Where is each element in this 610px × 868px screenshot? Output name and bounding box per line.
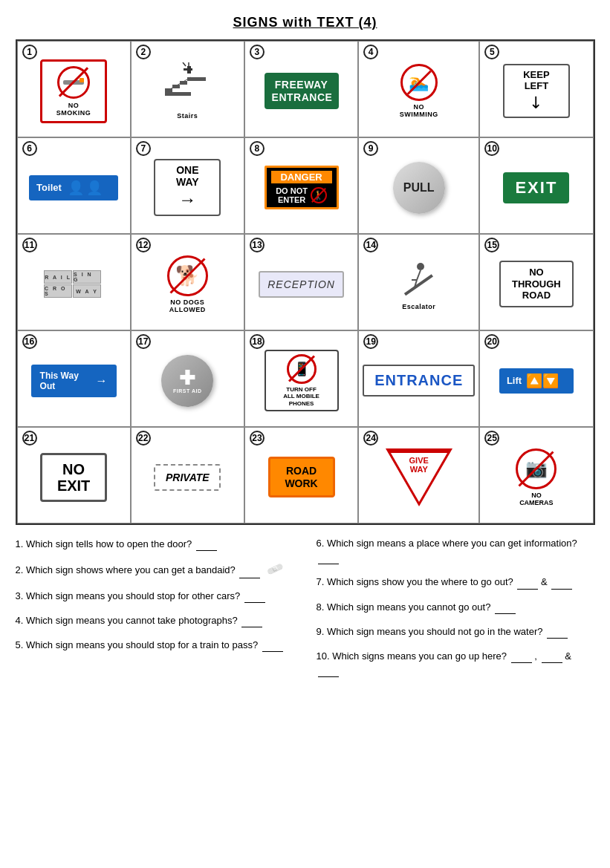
- cell-16: 16 This Way Out →: [17, 330, 131, 427]
- cell-number-7: 7: [136, 141, 151, 156]
- rail-tile-4: W A Y: [73, 284, 101, 298]
- escalator-sign: Escalator: [398, 258, 439, 310]
- entrance-sign: ENTRANCE: [363, 365, 475, 397]
- no-dogs-circle: 🐕: [167, 255, 208, 296]
- question-6: 6. Which sign means a place where you ca…: [317, 537, 595, 564]
- phone-icon: 📱: [293, 361, 310, 377]
- one-way-text: ONEWAY: [163, 165, 212, 188]
- q1-text: Which sign tells how to open the door?: [26, 538, 192, 549]
- svg-rect-1: [184, 68, 192, 71]
- question-4: 4. Which sign means you cannot take phot…: [16, 613, 294, 627]
- q3-number: 3.: [16, 590, 24, 601]
- q10-separator1: ,: [534, 650, 539, 662]
- cell-number-18: 18: [250, 334, 265, 349]
- q5-number: 5.: [16, 639, 24, 650]
- cell-3: 3 FREEWAYENTRANCE: [244, 41, 358, 137]
- cell-20: 20 Lift 🔼🔽: [479, 330, 593, 427]
- cell-9: 9 PULL: [358, 137, 479, 234]
- reception-label: RECEPTION: [267, 278, 335, 290]
- cell-23: 23 ROADWORK: [244, 427, 358, 523]
- this-way-text: This Way Out: [40, 371, 91, 391]
- q3-text: Which sign means you should stop for oth…: [26, 590, 240, 601]
- no-swimming-label: NOSWIMMING: [400, 103, 438, 118]
- exit-label: EXIT: [515, 178, 557, 198]
- no-enter-icon: 🚶: [311, 187, 327, 203]
- cell-13: 13 RECEPTION: [244, 234, 358, 330]
- q3-answer-line: [244, 589, 265, 603]
- no-swimming-sign: 🏊 NOSWIMMING: [400, 64, 438, 118]
- dog-icon: 🐕: [175, 264, 199, 287]
- question-7: 7. Which signs show you the where to go …: [317, 575, 595, 589]
- q10-answer-line3: [318, 663, 339, 677]
- svg-rect-10: [404, 274, 433, 296]
- cell-10: 10 EXIT: [479, 137, 593, 234]
- cell-number-11: 11: [22, 238, 37, 252]
- cell-number-21: 21: [22, 431, 37, 446]
- question-10: 10. Which signs means you can go up here…: [317, 649, 595, 677]
- no-cameras-label: NOCAMERAS: [516, 492, 557, 506]
- q2-number: 2.: [16, 564, 24, 575]
- camera-icon: 📷: [525, 458, 548, 479]
- q8-number: 8.: [317, 601, 325, 613]
- signs-grid: 1 NOSMOKING 2: [16, 39, 595, 525]
- q4-number: 4.: [16, 615, 24, 626]
- no-through-text: NOTHROUGHROAD: [507, 267, 566, 301]
- question-2: 2. Which sign shows where you can get a …: [16, 561, 294, 578]
- cell-7: 7 ONEWAY →: [131, 137, 244, 234]
- road-work-label: ROADWORK: [279, 465, 324, 490]
- cell-8: 8 DANGER DO NOTENTER 🚶: [244, 137, 358, 234]
- first-aid-sign: ✚ FIRST AID: [161, 355, 213, 407]
- rail-crossing-sign: R A I L S I N G C R O S W A Y: [44, 270, 103, 298]
- svg-rect-8: [165, 92, 191, 96]
- woman-icon: 👤: [68, 180, 84, 196]
- q10-number: 10.: [317, 650, 330, 662]
- q7-ampersand: &: [541, 576, 550, 587]
- rail-tile-1: R A I L: [44, 270, 72, 284]
- one-way-arrow-icon: →: [163, 189, 212, 210]
- q4-answer-line: [241, 613, 262, 627]
- cell-number-6: 6: [22, 141, 37, 156]
- no-dogs-sign: 🐕 NO DOGSALLOWED: [167, 255, 208, 313]
- toilet-icons: 👤 👤: [68, 180, 103, 196]
- question-8: 8. Which sign means you cannot go out?: [317, 600, 595, 614]
- no-cameras-circle: 📷: [516, 448, 557, 489]
- q7-answer-line2: [551, 575, 572, 589]
- cell-number-2: 2: [136, 45, 151, 59]
- lift-icons: 🔼🔽: [526, 373, 559, 389]
- cell-19: 19 ENTRANCE: [358, 330, 479, 427]
- question-1: 1. Which sign tells how to open the door…: [16, 537, 294, 551]
- q7-answer-line: [517, 575, 538, 589]
- q6-text: Which sign means a place where you can g…: [327, 538, 577, 549]
- reception-sign: RECEPTION: [259, 271, 344, 298]
- turn-off-text: TURN OFFALL MOBILEPHONES: [269, 386, 334, 408]
- toilet-sign: Toilet 👤 👤: [29, 175, 118, 200]
- svg-rect-6: [172, 85, 180, 88]
- cell-17: 17 ✚ FIRST AID: [131, 330, 244, 427]
- turn-off-phones-sign: 📱 TURN OFFALL MOBILEPHONES: [265, 350, 339, 412]
- q10-answer-line2: [542, 649, 562, 663]
- cell-12: 12 🐕 NO DOGSALLOWED: [131, 234, 244, 330]
- cell-number-12: 12: [136, 238, 151, 252]
- q2-answer-line: [239, 564, 260, 578]
- cell-14: 14 Escalator: [358, 234, 479, 330]
- no-smoking-label: NOSMOKING: [48, 102, 99, 117]
- q6-number: 6.: [317, 538, 325, 549]
- cell-15: 15 NOTHROUGHROAD: [479, 234, 593, 330]
- cell-2: 2 Stairs: [131, 41, 244, 137]
- pull-sign: PULL: [393, 162, 445, 214]
- cell-4: 4 🏊 NOSWIMMING: [358, 41, 479, 137]
- escalator-icon: [398, 258, 439, 298]
- cell-22: 22 PRIVATE: [131, 427, 244, 523]
- entrance-label: ENTRANCE: [374, 372, 463, 389]
- danger-label: DANGER: [271, 171, 332, 183]
- cell-21: 21 NOEXIT: [17, 427, 131, 523]
- exit-sign: EXIT: [503, 172, 569, 203]
- q7-text: Which signs show you the where to go out…: [327, 576, 513, 587]
- q5-answer-line: [262, 638, 283, 652]
- q4-text: Which sign means you cannot take photogr…: [26, 615, 238, 626]
- first-aid-cross-icon: ✚: [179, 368, 195, 388]
- toilet-label: Toilet: [36, 182, 62, 193]
- freeway-sign: FREEWAYENTRANCE: [265, 73, 339, 110]
- q9-text: Which sign means you should not go in th…: [327, 626, 543, 637]
- bandaid-icon: 🩹: [265, 559, 285, 580]
